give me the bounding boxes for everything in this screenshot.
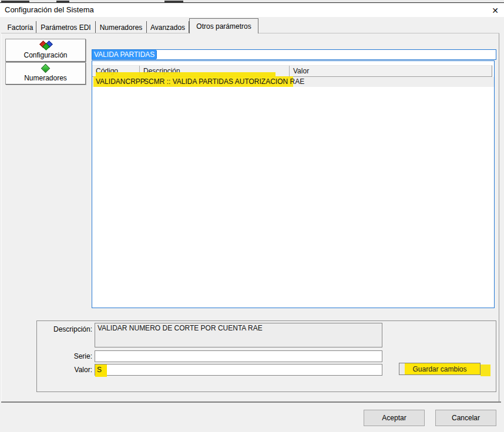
parameter-detail-groupbox: Descripción: VALIDAR NUMERO DE CORTE POR… (36, 320, 496, 392)
green-diamond-icon (41, 65, 51, 73)
tabpage-bottom-separator (1, 401, 501, 403)
tab-avanzados[interactable]: Avanzados (147, 21, 189, 33)
guardar-cambios-button[interactable]: Guardar cambios (399, 363, 481, 375)
diamonds-cluster-icon (39, 41, 52, 50)
configuracion-button[interactable]: Configuración (5, 39, 86, 62)
tabpage-right-edge (499, 33, 499, 402)
dialog-title: Configuración del Sistema (5, 5, 94, 14)
cancelar-button[interactable]: Cancelar (435, 410, 496, 426)
cell-valor (290, 77, 494, 87)
tab-label: Factoría (7, 23, 33, 32)
column-header-descripcion[interactable]: Descripción (140, 66, 290, 76)
window-fragment (1, 1, 29, 2)
column-header-valor[interactable]: Valor (290, 66, 492, 76)
aceptar-button[interactable]: Aceptar (364, 410, 425, 426)
cancelar-label: Cancelar (452, 414, 480, 422)
window-fragment (56, 1, 69, 2)
descripcion-label: Descripción: (41, 325, 92, 333)
valor-input[interactable]: S (95, 364, 382, 376)
valor-value: S (97, 366, 102, 374)
valor-label: Valor: (43, 366, 92, 374)
table-header-row: Código Descripción Valor (92, 65, 492, 77)
configuracion-button-label: Configuración (23, 51, 67, 59)
close-icon[interactable]: ✕ (488, 4, 502, 17)
parameter-search-input[interactable]: VALIDA PARTIDAS (92, 49, 496, 60)
tab-factoria[interactable]: Factoría (5, 21, 36, 33)
tab-label: Parámetros EDI (41, 23, 90, 32)
tab-parametros-edi[interactable]: Parámetros EDI (36, 21, 96, 33)
button-highlighter-mark (481, 365, 490, 376)
parameters-table[interactable]: Código Descripción Valor VALIDANCRPP SCM… (92, 60, 495, 308)
numeradores-button-label: Numeradores (24, 74, 67, 82)
tabpage-left-edge (1, 33, 2, 402)
tab-label: Numeradores (100, 23, 143, 32)
aceptar-label: Aceptar (382, 414, 406, 422)
serie-label: Serie: (43, 352, 92, 360)
tab-otros-parametros[interactable]: Otros parámetros (189, 18, 258, 33)
background-window-edge (0, 0, 504, 3)
table-row[interactable]: VALIDANCRPP SCMR :: VALIDA PARTIDAS AUTO… (92, 77, 494, 87)
titlebar: Configuración del Sistema ✕ (0, 4, 504, 17)
guardar-cambios-label: Guardar cambios (412, 365, 466, 373)
window-fragment (164, 1, 183, 2)
tab-label: Avanzados (150, 23, 185, 32)
cell-descripcion: SCMR :: VALIDA PARTIDAS AUTORIZACION RAE (140, 77, 290, 87)
tab-numeradores[interactable]: Numeradores (96, 21, 147, 33)
column-header-codigo[interactable]: Código (92, 66, 140, 76)
configuracion-del-sistema-dialog: Configuración del Sistema ✕ Factoría Par… (0, 0, 504, 432)
serie-input[interactable] (95, 350, 382, 362)
text-caret (156, 50, 157, 59)
cell-codigo: VALIDANCRPP (92, 77, 140, 87)
search-selected-text: VALIDA PARTIDAS (92, 50, 156, 59)
numeradores-button[interactable]: Numeradores (5, 62, 86, 85)
descripcion-field[interactable]: VALIDAR NUMERO DE CORTE POR CUENTA RAE (95, 323, 382, 347)
tab-label: Otros parámetros (196, 22, 251, 31)
